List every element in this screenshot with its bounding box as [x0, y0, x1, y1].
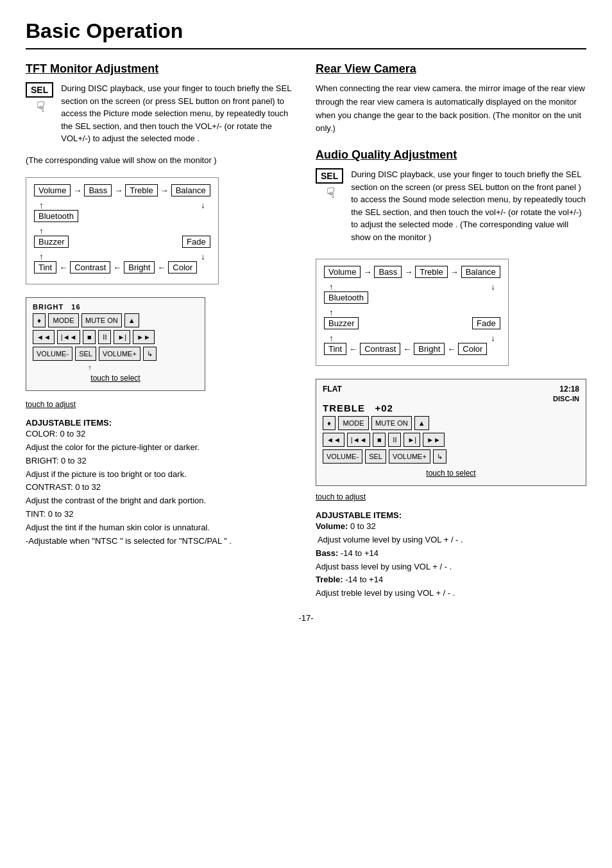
stop-btn[interactable]: ■: [83, 330, 96, 344]
arrow3-r: →: [450, 267, 459, 277]
adj-color-desc: Adjust the color for the picture-lighter…: [26, 441, 296, 455]
panel-row-3: VOLUME- SEL VOLUME+ ↳: [33, 347, 198, 361]
disc-header-row: FLAT 12:18: [323, 385, 579, 394]
panel-row-2: ◄◄ |◄◄ ■ II ►| ►►: [33, 330, 198, 344]
flow-bluetooth: Bluetooth: [34, 210, 78, 222]
tft-flow-diagram: Volume → Bass → Treble → Balance ↑ ↓ Blu…: [26, 177, 219, 284]
diamond-btn-r[interactable]: ♦: [323, 416, 336, 430]
sel-icon-group-right: SEL ☟: [316, 168, 346, 202]
flow-row-4: Tint ← Contrast ← Bright ← Color: [34, 261, 210, 273]
left-device-panel: BRIGHT 16 ♦ MODE MUTE ON ▲ ◄◄ |◄◄ ■ II ►…: [26, 297, 205, 391]
down-arrow-fade-r: ↓: [491, 333, 495, 343]
flow-color: Color: [168, 261, 197, 273]
flow-bass-r: Bass: [374, 266, 402, 278]
bright-label: BRIGHT 16: [33, 303, 198, 311]
vol-plus-btn[interactable]: VOLUME+: [99, 347, 140, 361]
flow-vert-2: ↑: [34, 226, 210, 236]
adj-volume: Volume: 0 to 32: [316, 520, 586, 534]
larrow3: ←: [157, 263, 166, 272]
adj-section-right: ADJUSTABLE ITEMS: Volume: 0 to 32 Adjust…: [316, 510, 586, 600]
arrow1: →: [73, 186, 81, 195]
flow-fade: Fade: [182, 236, 210, 248]
eject-btn-r[interactable]: ▲: [414, 416, 429, 430]
flow-buzzer: Buzzer: [34, 236, 69, 248]
mute-btn[interactable]: MUTE ON: [81, 313, 122, 327]
adj-tint-desc: Adjust the tint if the human skin color …: [26, 521, 296, 535]
vol-plus-btn-r[interactable]: VOLUME+: [389, 449, 430, 464]
touch-select-label-right: touch to select: [426, 469, 475, 478]
flow-tint-r: Tint: [324, 343, 346, 355]
prev2-btn-r[interactable]: |◄◄: [347, 433, 371, 447]
prev-btn-r[interactable]: ◄◄: [323, 433, 344, 447]
flow-vert-2-r: ↑: [324, 308, 500, 317]
flat-label: FLAT: [323, 385, 342, 394]
flow-buzzer-r: Buzzer: [324, 317, 359, 329]
time-label: 12:18: [559, 385, 579, 394]
sel-btn-panel[interactable]: SEL: [75, 347, 96, 361]
adj-volume-desc: Adjust volume level by using VOL + / - .: [316, 534, 586, 547]
arrow2-r: →: [404, 267, 412, 277]
source-btn[interactable]: ↳: [143, 347, 157, 361]
page-number: -17-: [26, 613, 586, 623]
mode-btn-r[interactable]: MODE: [338, 416, 369, 430]
adj-items-right: Volume: 0 to 32 Adjust volume level by u…: [316, 520, 586, 600]
flow-volume-r: Volume: [324, 266, 361, 278]
next2-btn-r[interactable]: ►|: [404, 433, 420, 447]
adj-treble: Treble: -14 to +14: [316, 573, 586, 587]
tft-section-title: TFT Monitor Adjustment: [26, 62, 296, 76]
audio-section-title: Audio Quality Adjustment: [316, 148, 586, 162]
flow-bright-r: Bright: [414, 343, 445, 355]
touch-adjust-label-right: touch to adjust: [316, 492, 586, 501]
flow-row-2-r: Bluetooth: [324, 291, 500, 304]
pause-btn-r[interactable]: II: [388, 433, 401, 447]
flow-tint: Tint: [34, 261, 56, 273]
flow-row-3: Buzzer Fade: [34, 236, 210, 248]
adj-bright-label: BRIGHT: 0 to 32: [26, 455, 296, 468]
adj-treble-desc: Adjust treble level by using VOL + / - .: [316, 587, 586, 600]
touch-select-label-left: touch to select: [90, 374, 140, 383]
mute-btn-r[interactable]: MUTE ON: [371, 416, 412, 430]
left-column: TFT Monitor Adjustment SEL ☟ During DISC…: [26, 62, 296, 600]
rear-section-title: Rear View Camera: [316, 62, 586, 76]
flow-vert-1-r: ↑ ↓: [324, 282, 500, 291]
larrow1-r: ←: [349, 344, 357, 354]
diamond-btn[interactable]: ♦: [33, 313, 46, 327]
panel-row-3-r: VOLUME- SEL VOLUME+ ↳: [323, 449, 579, 464]
page-title: Basic Operation: [26, 19, 586, 49]
down-arrow-bal-r: ↓: [491, 282, 495, 291]
stop-btn-r[interactable]: ■: [373, 433, 386, 447]
mode-btn[interactable]: MODE: [48, 313, 79, 327]
adj-title-left: ADJUSTABLE ITEMS:: [26, 418, 112, 428]
next-btn[interactable]: ►►: [133, 330, 155, 344]
tft-intro-text: During DISC playback, use your finger to…: [61, 82, 296, 145]
flow-contrast-r: Contrast: [360, 343, 400, 355]
source-btn-r[interactable]: ↳: [433, 449, 446, 464]
audio-intro-text: During DISC playback, use your finger to…: [351, 168, 586, 243]
arrow2: →: [114, 186, 123, 195]
next-btn-r[interactable]: ►►: [423, 433, 445, 447]
vol-minus-btn-r[interactable]: VOLUME-: [323, 449, 362, 464]
prev2-btn[interactable]: |◄◄: [57, 330, 81, 344]
adj-bright-desc: Adjust if the picture is too bright or t…: [26, 468, 296, 482]
next2-btn[interactable]: ►|: [114, 330, 130, 344]
sel-btn-panel-r[interactable]: SEL: [365, 449, 386, 464]
prev-btn[interactable]: ◄◄: [33, 330, 55, 344]
touch-adjust-label-left: touch to adjust: [26, 400, 296, 409]
flow-vert-3: ↑ ↓: [34, 252, 210, 261]
panel-row-1-r: ♦ MODE MUTE ON ▲: [323, 416, 579, 430]
sel-icon-group: SEL ☟: [26, 82, 56, 116]
hand-touch-icon-right: ☟: [327, 185, 335, 202]
eject-btn[interactable]: ▲: [124, 313, 139, 327]
flow-row-1: Volume → Bass → Treble → Balance: [34, 184, 210, 196]
vol-minus-btn[interactable]: VOLUME-: [33, 347, 72, 361]
pause-btn[interactable]: II: [98, 330, 111, 344]
up-arrow-buzz-r: ↑: [329, 333, 334, 343]
adj-title-right: ADJUSTABLE ITEMS:: [316, 510, 402, 520]
flow-row-1-r: Volume → Bass → Treble → Balance: [324, 266, 500, 278]
adj-bass: Bass: -14 to +14: [316, 547, 586, 560]
adj-color-label: COLOR: 0 to 32: [26, 428, 296, 441]
sel-button-icon-right: SEL: [316, 168, 343, 184]
adj-contrast-desc: Adjust the contrast of the bright and da…: [26, 494, 296, 508]
treble-value: +02: [375, 403, 393, 413]
down-arrow-bal: ↓: [201, 200, 205, 210]
